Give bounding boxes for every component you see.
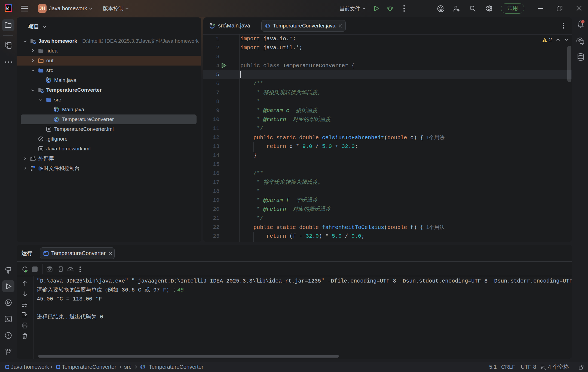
svg-text:IJ: IJ bbox=[6, 6, 9, 9]
